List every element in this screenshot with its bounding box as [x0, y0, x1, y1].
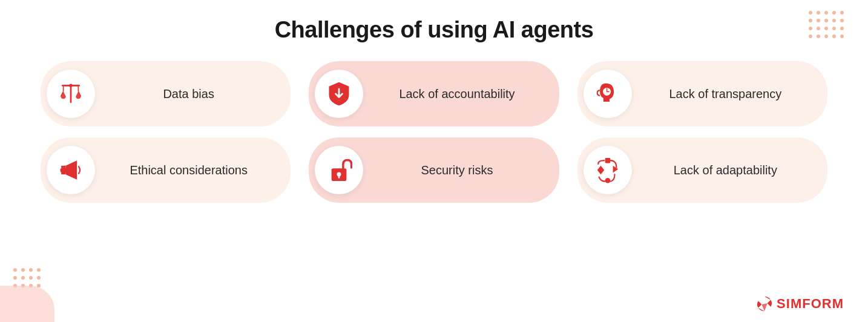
- simform-logo-text: SIMFORM: [777, 296, 844, 312]
- cards-grid: Data bias Lack of accountability: [41, 61, 827, 203]
- scales-icon: [58, 80, 84, 107]
- arrows-cycle-icon: [594, 156, 622, 184]
- icon-circle-security-risks: [315, 146, 363, 194]
- svg-rect-13: [338, 175, 340, 179]
- card-label-lack-of-transparency: Lack of transparency: [642, 87, 815, 101]
- icon-circle-lack-of-transparency: [584, 70, 632, 118]
- padlock-icon: [326, 157, 352, 183]
- page-wrapper: Challenges of using AI agents: [0, 0, 868, 322]
- svg-marker-17: [597, 166, 604, 174]
- card-lack-of-adaptability: Lack of adaptability: [577, 137, 827, 203]
- card-data-bias: Data bias: [41, 61, 291, 126]
- head-clock-icon: [594, 80, 622, 108]
- megaphone-thumbs-icon: [57, 156, 85, 184]
- download-shield-icon: [326, 80, 352, 107]
- icon-circle-data-bias: [47, 70, 95, 118]
- decorative-pink-shape: [0, 286, 54, 322]
- card-label-security-risks: Security risks: [373, 163, 547, 177]
- card-label-lack-of-adaptability: Lack of adaptability: [642, 163, 815, 177]
- card-label-lack-of-accountability: Lack of accountability: [373, 87, 547, 101]
- page-title: Challenges of using AI agents: [275, 17, 594, 43]
- card-lack-of-accountability: Lack of accountability: [309, 61, 559, 126]
- svg-rect-0: [70, 85, 72, 103]
- simform-logo: SIMFORM: [756, 295, 844, 312]
- simform-logo-icon: [756, 295, 773, 312]
- svg-point-16: [605, 178, 610, 183]
- decorative-dots-top-right: [809, 11, 845, 39]
- card-ethical-considerations: Ethical considerations: [41, 137, 291, 203]
- card-lack-of-transparency: Lack of transparency: [577, 61, 827, 126]
- card-security-risks: Security risks: [309, 137, 559, 203]
- svg-point-6: [69, 84, 73, 88]
- icon-circle-ethical-considerations: [47, 146, 95, 194]
- svg-marker-15: [613, 166, 618, 173]
- icon-circle-lack-of-accountability: [315, 70, 363, 118]
- icon-circle-lack-of-adaptability: [584, 146, 632, 194]
- svg-rect-14: [605, 158, 610, 163]
- card-label-data-bias: Data bias: [105, 87, 278, 101]
- card-label-ethical-considerations: Ethical considerations: [105, 163, 278, 177]
